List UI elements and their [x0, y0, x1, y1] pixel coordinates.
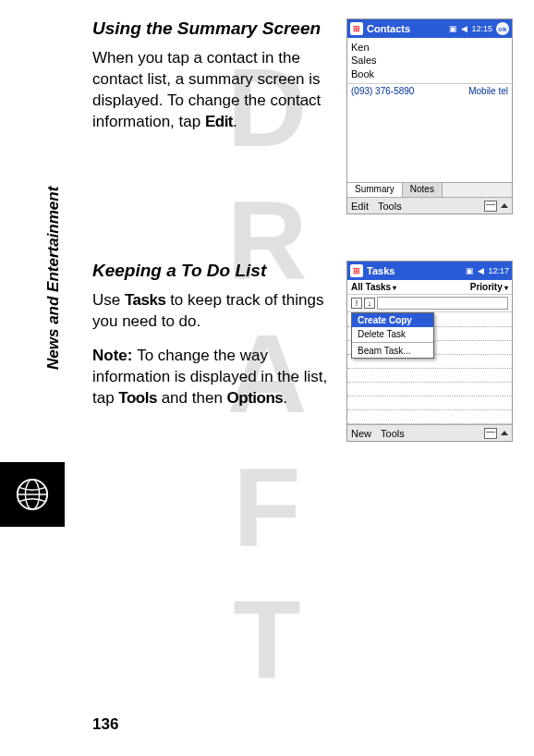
- phone-label: Mobile tel: [468, 86, 508, 96]
- phone-row[interactable]: (093) 376-5890 Mobile tel: [347, 83, 512, 98]
- device-titlebar: ⊞ Tasks ▣ ◀ 12:17: [347, 262, 512, 280]
- context-menu: Create Copy Delete Task Beam Task...: [351, 312, 434, 359]
- figure-contacts-device: ⊞ Contacts ▣ ◀ 12:15 ok Ken Sales Book (…: [346, 18, 513, 214]
- phone-number: (093) 376-5890: [351, 86, 414, 96]
- ui-label-edit: Edit: [205, 113, 233, 130]
- chevron-up-icon[interactable]: [501, 431, 508, 435]
- keyboard-icon[interactable]: [484, 201, 497, 212]
- ui-label-tasks: Tasks: [125, 291, 165, 309]
- keyboard-icon[interactable]: [484, 428, 497, 439]
- filter-bar: All Tasks Priority: [347, 280, 512, 295]
- speaker-icon: ◀: [478, 266, 484, 275]
- body-text: Use: [92, 291, 125, 309]
- note-todo: Note: To change the way information is d…: [92, 346, 333, 409]
- speaker-icon: ◀: [461, 24, 467, 33]
- menu-create-copy[interactable]: Create Copy: [352, 313, 433, 327]
- new-task-input[interactable]: [377, 297, 508, 310]
- priority-normal-icon[interactable]: !: [351, 298, 362, 309]
- menu-new[interactable]: New: [351, 428, 371, 439]
- ui-label-options: Options: [227, 389, 284, 407]
- body-text: and then: [157, 389, 227, 407]
- figure-tasks-device: ⊞ Tasks ▣ ◀ 12:17 All Tasks Priority ! ↓: [346, 261, 513, 442]
- page-content: Using the Summary Screen When you tap a …: [92, 18, 513, 488]
- section-todo-list: Keeping a To Do List Use Tasks to keep t…: [92, 261, 513, 442]
- ok-button[interactable]: ok: [496, 22, 509, 35]
- menu-tools[interactable]: Tools: [378, 201, 402, 212]
- menu-delete-task[interactable]: Delete Task: [352, 327, 433, 341]
- tab-notes[interactable]: Notes: [403, 183, 443, 197]
- note-label: Note:: [92, 347, 137, 364]
- priority-low-icon[interactable]: ↓: [364, 298, 375, 309]
- body-todo: Use Tasks to keep track of things you ne…: [92, 290, 333, 333]
- signal-icon: ▣: [449, 24, 457, 33]
- tab-summary[interactable]: Summary: [347, 183, 403, 197]
- app-title: Tasks: [367, 265, 462, 276]
- entry-row: ! ↓: [347, 295, 512, 312]
- contact-summary: Ken Sales Book: [347, 38, 512, 83]
- windows-icon: ⊞: [350, 22, 363, 35]
- menu-tools[interactable]: Tools: [381, 428, 405, 439]
- device-titlebar: ⊞ Contacts ▣ ◀ 12:15 ok: [347, 19, 512, 38]
- contact-field: Book: [351, 67, 508, 80]
- app-title: Contacts: [367, 23, 445, 34]
- command-bar: Edit Tools: [347, 197, 512, 213]
- filter-category[interactable]: All Tasks: [351, 282, 396, 292]
- body-text: .: [283, 389, 287, 407]
- clock-text: 12:17: [488, 266, 509, 275]
- globe-icon: [0, 462, 65, 527]
- windows-icon: ⊞: [350, 264, 363, 277]
- contact-name: Ken: [351, 41, 508, 54]
- heading-todo: Keeping a To Do List: [92, 261, 333, 281]
- filter-sort[interactable]: Priority: [470, 282, 508, 292]
- task-list: ☐ Clean office! Create Copy Delete Task …: [347, 312, 512, 327]
- tab-bar: Summary Notes: [347, 182, 512, 197]
- command-bar: New Tools: [347, 424, 512, 441]
- menu-beam-task[interactable]: Beam Task...: [352, 344, 433, 358]
- contact-field: Sales: [351, 54, 508, 67]
- signal-icon: ▣: [466, 266, 474, 275]
- ui-label-tools: Tools: [118, 389, 157, 407]
- page-number: 136: [92, 715, 118, 734]
- clock-text: 12:15: [471, 24, 492, 33]
- section-summary-screen: Using the Summary Screen When you tap a …: [92, 18, 513, 214]
- body-text: .: [233, 113, 237, 130]
- sidebar-section-label: News and Entertainment: [44, 187, 63, 370]
- body-summary: When you tap a contact in the contact li…: [92, 48, 333, 133]
- chevron-up-icon[interactable]: [501, 203, 508, 208]
- heading-summary: Using the Summary Screen: [92, 18, 333, 39]
- menu-edit[interactable]: Edit: [351, 201, 369, 212]
